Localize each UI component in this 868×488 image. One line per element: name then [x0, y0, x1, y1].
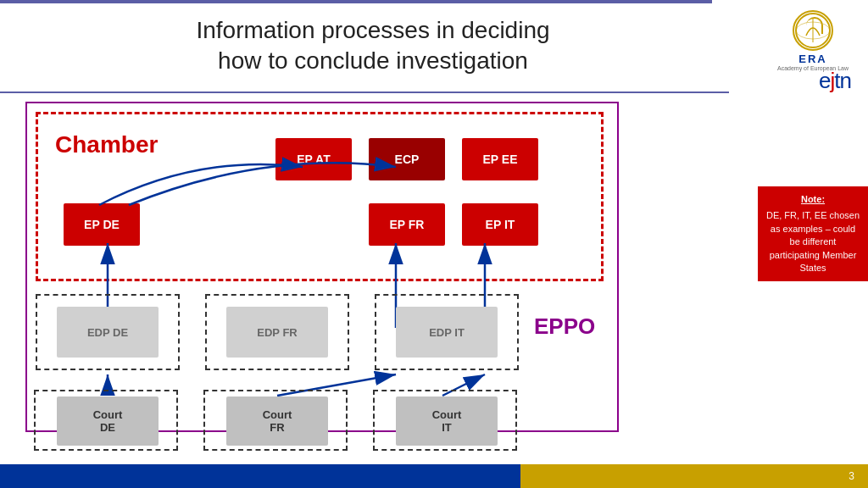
edp-group-de: EDP DE [36, 294, 180, 370]
court-de-box: Court DE [57, 396, 159, 446]
court-group-fr: Court FR [203, 390, 348, 451]
slide-title: Information processes in deciding how to… [51, 15, 695, 77]
ep-ee-box: EP EE [462, 138, 538, 180]
ep-fr-box: EP FR [369, 203, 445, 246]
ejtn-logo: ejtn [819, 68, 851, 94]
note-title: Note: [765, 193, 861, 206]
court-group-it: Court IT [373, 390, 517, 451]
edp-fr-box: EDP FR [226, 307, 328, 358]
era-circle-icon [793, 10, 833, 51]
ep-at-box: EP AT [275, 138, 352, 180]
edp-group-fr: EDP FR [205, 294, 349, 370]
outer-purple-box: Chamber EP AT ECP EP EE EP DE EP FR EP I… [25, 102, 619, 432]
chamber-label: Chamber [55, 131, 158, 158]
court-fr-box: Court FR [226, 396, 328, 446]
slide: Information processes in deciding how to… [0, 0, 868, 488]
ecp-box: ECP [369, 138, 445, 180]
era-text: ERA [775, 53, 851, 65]
chamber-box: Chamber EP AT ECP EP EE EP DE EP FR EP I… [36, 112, 604, 281]
edp-section: EDP DE EDP FR EDP IT [36, 294, 604, 379]
separator-line [0, 92, 729, 93]
diagram: Chamber EP AT ECP EP EE EP DE EP FR EP I… [25, 102, 729, 458]
ep-it-box: EP IT [462, 203, 538, 246]
page-number: 3 [849, 470, 868, 482]
edp-group-it: EDP IT [375, 294, 519, 370]
ep-de-box: EP DE [64, 203, 140, 246]
court-group-de: Court DE [34, 390, 178, 451]
court-it-box: Court IT [396, 396, 498, 446]
edp-it-box: EDP IT [396, 307, 498, 358]
edp-de-box: EDP DE [57, 307, 159, 358]
top-accent-line [0, 0, 712, 3]
era-logo: ERA Academy of European Law [775, 10, 851, 71]
court-section: Court DE Court FR Court IT national leve… [25, 390, 729, 458]
note-box: Note: DE, FR, IT, EE chosen as examples … [758, 186, 868, 281]
eppo-label: EPPO [534, 313, 595, 340]
note-body: DE, FR, IT, EE chosen as examples – coul… [765, 209, 861, 274]
bottom-bar: 3 [0, 464, 868, 488]
